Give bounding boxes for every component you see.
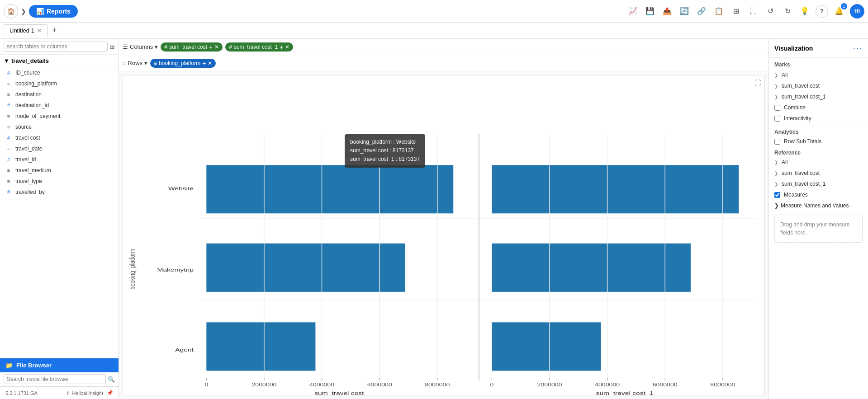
expand-chevron-icon: ❯ bbox=[774, 202, 779, 209]
field-name: booking_platform bbox=[15, 80, 57, 87]
drop-zone[interactable]: Drag and drop your measure fields here. bbox=[774, 215, 863, 243]
bar-website-right[interactable] bbox=[492, 165, 739, 213]
chip-plus-icon[interactable]: + bbox=[209, 43, 213, 51]
marks-row-sum-travel-cost[interactable]: ❯ sum_travel cost bbox=[769, 80, 868, 91]
avatar[interactable]: HI bbox=[850, 4, 864, 19]
rows-label[interactable]: ≡ Rows ▾ bbox=[123, 60, 147, 66]
field-name: destination_id bbox=[15, 102, 49, 108]
grid-view-icon[interactable]: ⊞ bbox=[109, 43, 115, 50]
bar-makemytrip-right[interactable] bbox=[492, 244, 691, 292]
field-item-id-source[interactable]: # ID_source bbox=[0, 67, 119, 78]
bar-agent-right[interactable] bbox=[492, 322, 601, 371]
interactivity-checkbox[interactable] bbox=[774, 116, 780, 122]
tab-add-button[interactable]: + bbox=[49, 26, 60, 35]
columns-dropdown-icon: ▾ bbox=[155, 43, 158, 50]
field-item-travel-date[interactable]: ≡ travel_date bbox=[0, 143, 119, 154]
chip-remove-icon[interactable]: ✕ bbox=[285, 44, 289, 50]
reference-stc1-label: sum_travel cost_1 bbox=[782, 181, 825, 187]
chevron-icon: ❯ bbox=[774, 73, 778, 78]
file-browser-search-input[interactable] bbox=[4, 374, 106, 384]
bar-makemytrip-left[interactable] bbox=[206, 244, 405, 292]
reference-label: Reference bbox=[769, 147, 868, 157]
chevron-icon: ❯ bbox=[774, 94, 778, 99]
field-item-source[interactable]: ≡ source bbox=[0, 122, 119, 132]
chip-remove-icon[interactable]: ✕ bbox=[208, 60, 212, 66]
main-layout: ⊞ ▼ travel_details # ID_source ≡ booking… bbox=[0, 39, 868, 399]
field-name: travelled_by bbox=[15, 189, 45, 195]
more-options-button[interactable]: ··· bbox=[853, 43, 863, 53]
chip-icon: # bbox=[164, 44, 167, 50]
svg-text:4000000: 4000000 bbox=[309, 382, 334, 387]
row-sub-totals-checkbox[interactable] bbox=[774, 139, 780, 145]
svg-text:booking_platform: booking_platform bbox=[128, 249, 136, 289]
reference-stc-label: sum_travel cost bbox=[782, 170, 820, 176]
file-browser-search: 🔍 bbox=[0, 372, 119, 386]
layout-icon[interactable]: 📋 bbox=[712, 5, 725, 18]
field-item-travel-type[interactable]: ≡ travel_type bbox=[0, 176, 119, 187]
svg-text:0: 0 bbox=[490, 382, 493, 387]
redo-icon[interactable]: ↻ bbox=[781, 5, 794, 18]
bulb-icon[interactable]: 💡 bbox=[798, 5, 811, 18]
field-item-mode-of-payment[interactable]: ≡ mode_of_payment bbox=[0, 111, 119, 122]
chart-container: ⛶ booking_platform Website Makemytrip Ag… bbox=[123, 75, 765, 395]
rows-toolbar: ≡ Rows ▾ ≡ booking_platform + ✕ bbox=[119, 55, 768, 71]
field-item-booking-platform[interactable]: ≡ booking_platform bbox=[0, 78, 119, 89]
chip-plus-icon[interactable]: + bbox=[202, 60, 206, 67]
chevron-icon: ❯ bbox=[774, 84, 778, 89]
dim-icon: ≡ bbox=[5, 178, 12, 184]
tab-untitled-1[interactable]: Untitled 1 ✕ bbox=[4, 24, 47, 37]
file-browser-search-icon[interactable]: 🔍 bbox=[108, 376, 115, 383]
search-box: ⊞ bbox=[0, 39, 119, 55]
chip-sum-travel-cost-1[interactable]: # sum_travel cost_1 + ✕ bbox=[225, 42, 293, 52]
measures-checkbox[interactable] bbox=[774, 192, 780, 198]
field-item-travel-medium[interactable]: ≡ travel_medium bbox=[0, 165, 119, 176]
expand-icon[interactable]: ⛶ bbox=[747, 5, 759, 18]
chip-plus-icon[interactable]: + bbox=[280, 43, 283, 51]
help-icon[interactable]: ? bbox=[816, 5, 828, 18]
notifications-icon[interactable]: 🔔 1 bbox=[833, 5, 845, 18]
measure-names-values-row[interactable]: ❯ Measure Names and Values bbox=[769, 200, 868, 211]
file-browser-header[interactable]: 📁 File Browser bbox=[0, 358, 119, 372]
reference-row-stc[interactable]: ❯ sum_travel cost bbox=[769, 168, 868, 178]
grid-icon[interactable]: ⊞ bbox=[730, 5, 742, 18]
export-icon[interactable]: 📤 bbox=[661, 5, 674, 18]
home-button[interactable]: 🏠 bbox=[4, 4, 18, 19]
save-icon[interactable]: 💾 bbox=[644, 5, 656, 18]
hash-icon: # bbox=[5, 103, 12, 108]
marks-row-sum-travel-cost-1[interactable]: ❯ sum_travel cost_1 bbox=[769, 91, 868, 102]
svg-text:6000000: 6000000 bbox=[653, 382, 678, 387]
field-item-travelled-by[interactable]: # travelled_by bbox=[0, 187, 119, 197]
combine-checkbox[interactable] bbox=[774, 105, 780, 111]
field-name: travel_type bbox=[15, 178, 42, 184]
combine-row: Combine bbox=[769, 102, 868, 113]
bar-agent-left[interactable] bbox=[206, 322, 315, 371]
field-item-destination[interactable]: ≡ destination bbox=[0, 89, 119, 100]
row-sub-totals-label: Row Sub Totals bbox=[784, 138, 821, 145]
line-chart-icon[interactable]: 📈 bbox=[626, 5, 639, 18]
chip-icon: # bbox=[229, 44, 232, 50]
chip-booking-platform[interactable]: ≡ booking_platform + ✕ bbox=[150, 59, 216, 68]
chip-sum-travel-cost[interactable]: # sum_travel cost + ✕ bbox=[161, 42, 223, 52]
field-item-travel-cost[interactable]: # travel cost bbox=[0, 132, 119, 143]
refresh-icon[interactable]: 🔄 bbox=[678, 5, 691, 18]
columns-label[interactable]: ☰ Columns ▾ bbox=[123, 43, 158, 50]
reference-row-stc1[interactable]: ❯ sum_travel cost_1 bbox=[769, 178, 868, 189]
undo-icon[interactable]: ↺ bbox=[764, 5, 777, 18]
field-item-destination-id[interactable]: # destination_id bbox=[0, 100, 119, 111]
reports-button[interactable]: 📊 Reports bbox=[29, 5, 78, 18]
chip-remove-icon[interactable]: ✕ bbox=[214, 44, 219, 50]
chevron-icon: ❯ bbox=[774, 182, 778, 187]
field-item-travel-id[interactable]: # travel_id bbox=[0, 154, 119, 165]
chevron-icon: ❯ bbox=[774, 160, 778, 165]
pin-icon: 📌 bbox=[107, 390, 113, 396]
bar-website-left[interactable] bbox=[206, 165, 453, 213]
search-input[interactable] bbox=[4, 42, 108, 52]
marks-row-all[interactable]: ❯ All bbox=[769, 70, 868, 80]
rows-text: Rows bbox=[128, 60, 143, 66]
dim-icon: ≡ bbox=[5, 113, 12, 119]
chart-expand-icon[interactable]: ⛶ bbox=[754, 79, 761, 86]
reference-row-all[interactable]: ❯ All bbox=[769, 157, 868, 168]
tab-close-icon[interactable]: ✕ bbox=[37, 28, 42, 34]
share-icon[interactable]: 🔗 bbox=[695, 5, 708, 18]
table-header[interactable]: ▼ travel_details bbox=[0, 55, 119, 67]
